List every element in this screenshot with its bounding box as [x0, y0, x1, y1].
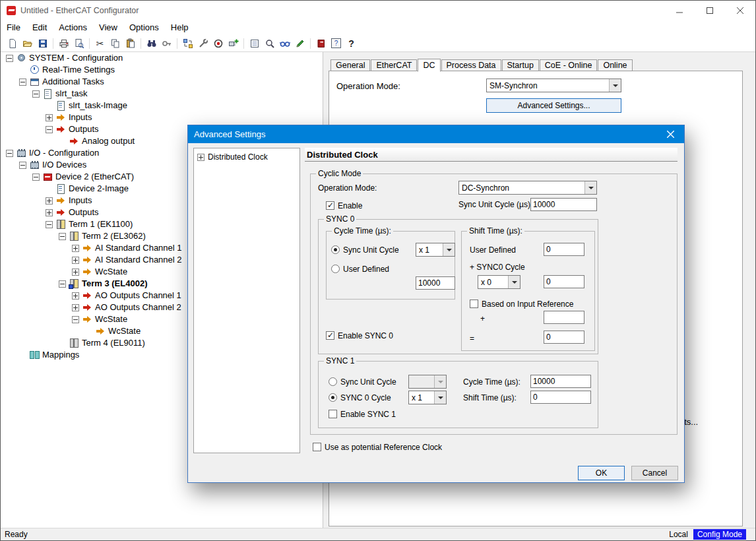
tree-expander[interactable]	[6, 55, 13, 62]
tree-expander[interactable]	[46, 126, 53, 133]
maximize-button[interactable]	[695, 1, 725, 20]
print-preview-icon[interactable]	[71, 37, 86, 50]
tab-online[interactable]: Online	[598, 59, 632, 71]
sync1-cycle-time-input[interactable]	[530, 375, 591, 388]
sync0-cycle-multiplier-select[interactable]: x 1	[416, 243, 455, 257]
tab-dc[interactable]: DC	[418, 59, 440, 72]
tree-expander[interactable]	[46, 209, 53, 216]
help-book-icon[interactable]	[313, 37, 329, 50]
tree-expander[interactable]	[72, 257, 79, 264]
enable-sync1-label: Enable SYNC 1	[340, 410, 396, 419]
sync0-shift-cycle-input[interactable]	[544, 275, 584, 288]
tree-expander[interactable]	[6, 150, 13, 157]
help-question-icon[interactable]: ?	[344, 37, 359, 50]
tree-expander[interactable]	[59, 280, 66, 288]
tree-item-system-configuration[interactable]: SYSTEM - Configuration	[1, 52, 323, 64]
menu-file[interactable]: File	[1, 20, 26, 35]
find-icon[interactable]	[144, 37, 159, 50]
enable-sync1-checkbox[interactable]	[329, 410, 337, 418]
dialog-section-header: Distributed Clock	[305, 148, 677, 162]
sync0-sync-unit-cycle-radio[interactable]	[331, 245, 340, 254]
tree-expander[interactable]	[72, 269, 79, 276]
based-on-input-reference-checkbox[interactable]	[470, 300, 478, 308]
context-help-icon[interactable]: ?	[329, 37, 344, 50]
enable-checkbox[interactable]	[326, 201, 334, 210]
tree-item-slrt-task[interactable]: slrt_task	[1, 88, 323, 100]
menu-actions[interactable]: Actions	[53, 20, 93, 35]
enable-sync0-checkbox[interactable]	[326, 331, 334, 340]
sync-unit-cycle-input[interactable]	[530, 198, 597, 211]
tree-expander[interactable]	[72, 316, 79, 323]
menu-edit[interactable]: Edit	[26, 20, 53, 35]
zoom-magnifier-icon[interactable]	[262, 37, 277, 50]
menu-options[interactable]: Options	[123, 20, 165, 35]
open-folder-icon[interactable]	[20, 37, 35, 50]
cancel-button[interactable]: Cancel	[631, 466, 678, 480]
print-icon[interactable]	[56, 37, 71, 50]
menu-view[interactable]: View	[93, 20, 123, 35]
tree-expander[interactable]	[72, 304, 79, 311]
sync0-user-defined-radio[interactable]	[331, 265, 340, 273]
tree-item-realtime-settings[interactable]: Real-Time Settings	[1, 64, 323, 76]
tree-expander[interactable]	[46, 197, 53, 205]
menu-help[interactable]: Help	[165, 20, 195, 35]
nav-item-distributed-clock[interactable]: Distributed Clock	[194, 151, 299, 163]
cut-icon[interactable]: ✂	[92, 37, 108, 50]
tree-item-inputs[interactable]: Inputs	[1, 111, 323, 123]
tree-expander[interactable]	[72, 245, 79, 252]
close-button[interactable]	[725, 1, 755, 20]
sync1-cycle-multiplier-select[interactable]: x 1	[408, 391, 447, 404]
dialog-close-button[interactable]	[656, 125, 684, 143]
io-config-icon	[16, 148, 26, 158]
tree-expander[interactable]	[197, 154, 205, 161]
chevron-down-icon[interactable]	[508, 276, 520, 288]
copy-icon[interactable]	[108, 37, 123, 50]
input-reference-input[interactable]	[544, 311, 584, 324]
tab-process-data[interactable]: Process Data	[441, 59, 501, 71]
save-icon[interactable]	[35, 37, 50, 50]
chevron-down-icon[interactable]	[609, 79, 621, 92]
sync1-sync-unit-cycle-radio[interactable]	[329, 377, 337, 386]
shift-user-defined-input[interactable]	[544, 243, 584, 256]
ok-button[interactable]: OK	[578, 466, 625, 480]
tab-ethercat[interactable]: EtherCAT	[371, 59, 417, 71]
key-icon[interactable]	[159, 37, 174, 50]
chevron-down-icon[interactable]	[443, 243, 455, 256]
new-document-icon[interactable]	[5, 37, 20, 50]
tree-expander[interactable]	[46, 114, 53, 121]
tree-item-additional-tasks[interactable]: Additional Tasks	[1, 76, 323, 88]
status-bar: Ready Local Config Mode	[1, 528, 755, 540]
shift-total-input[interactable]	[544, 331, 584, 344]
reference-clock-checkbox[interactable]	[313, 443, 321, 451]
selection-marker	[69, 284, 73, 289]
advanced-settings-button[interactable]: Advanced Settings...	[486, 98, 621, 113]
tree-expander[interactable]	[72, 292, 79, 300]
sync0-cycle-time-input[interactable]	[416, 276, 455, 290]
tree-expander[interactable]	[19, 162, 26, 169]
edit-pen-icon[interactable]	[292, 37, 307, 50]
tree-expander[interactable]	[19, 79, 26, 86]
online-data-glasses-icon[interactable]	[277, 37, 292, 50]
sync1-shift-time-input[interactable]	[530, 391, 591, 404]
sync0-shift-multiplier-select[interactable]: x 0	[478, 275, 520, 289]
operation-mode-select[interactable]: SM-Synchron	[486, 79, 621, 92]
add-io-device-icon[interactable]	[226, 37, 241, 50]
dc-operation-mode-select[interactable]: DC-Synchron	[458, 181, 597, 195]
tab-coe-online[interactable]: CoE - Online	[540, 59, 598, 71]
tools-icon[interactable]	[195, 37, 210, 50]
tree-expander[interactable]	[32, 90, 40, 98]
tab-general[interactable]: General	[331, 59, 370, 71]
reload-io-devices-icon[interactable]	[180, 37, 195, 50]
tree-expander[interactable]	[46, 221, 53, 228]
free-run-target-icon[interactable]	[210, 37, 226, 50]
sync1-sync0-cycle-radio[interactable]	[329, 393, 337, 402]
minimize-button[interactable]	[664, 1, 695, 20]
paste-icon[interactable]	[123, 37, 138, 50]
tree-item-slrt-task-image[interactable]: slrt_task-Image	[1, 100, 323, 111]
tree-expander[interactable]	[59, 233, 66, 240]
chevron-down-icon[interactable]	[584, 181, 596, 194]
tree-expander[interactable]	[32, 174, 40, 181]
properties-list-icon[interactable]	[247, 37, 262, 50]
tab-startup[interactable]: Startup	[502, 59, 539, 71]
chevron-down-icon[interactable]	[434, 391, 446, 404]
